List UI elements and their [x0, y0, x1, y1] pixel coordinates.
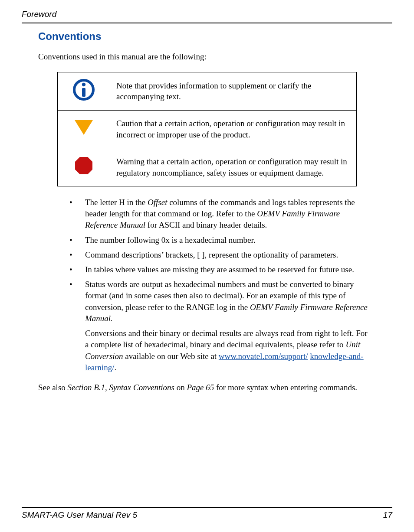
- text: available on our Web site at: [123, 352, 219, 361]
- text-italic: Offset: [148, 198, 167, 207]
- note-description: Note that provides information to supple…: [110, 72, 357, 111]
- text: See also: [38, 383, 68, 392]
- text: for more syntax when entering commands.: [214, 383, 357, 392]
- warning-description: Warning that a certain action, operation…: [110, 148, 357, 186]
- footer-rule: [22, 507, 392, 508]
- text: The letter H in the: [85, 198, 148, 207]
- note-icon-cell: [58, 72, 110, 111]
- warning-icon-cell: [58, 148, 110, 186]
- page-footer: SMART-AG User Manual Rev 5 17: [22, 507, 392, 520]
- svg-marker-3: [75, 120, 93, 135]
- page-number: 17: [383, 510, 392, 520]
- running-head: Foreword: [22, 10, 392, 19]
- info-icon: [72, 78, 96, 102]
- caution-description: Caution that a certain action, operation…: [110, 110, 357, 148]
- list-item: Status words are output as hexadecimal n…: [69, 279, 371, 324]
- svg-marker-4: [75, 157, 92, 174]
- caution-icon: [72, 116, 96, 140]
- list-item: In tables where values are missing they …: [69, 264, 371, 275]
- notes-list: The letter H in the Offset columns of th…: [69, 197, 371, 324]
- intro-paragraph: Conventions used in this manual are the …: [38, 52, 392, 62]
- text: .: [115, 363, 117, 372]
- list-item: Command descriptions’ brackets, [ ], rep…: [69, 249, 371, 261]
- header-rule: [22, 23, 392, 23]
- caution-icon-cell: [58, 110, 110, 148]
- footer-left: SMART-AG User Manual Rev 5: [22, 510, 137, 520]
- sub-paragraph: Conversions and their binary or decimal …: [85, 328, 371, 373]
- see-also: See also Section B.1, Syntax Conventions…: [38, 383, 392, 392]
- table-row: Warning that a certain action, operation…: [58, 148, 357, 186]
- table-row: Caution that a certain action, operation…: [58, 110, 357, 148]
- svg-rect-2: [82, 88, 85, 97]
- table-row: Note that provides information to supple…: [58, 72, 357, 111]
- text-italic: Section B.1, Syntax Conventions: [68, 383, 174, 392]
- text: for ASCII and binary header details.: [145, 220, 267, 229]
- conventions-table: Note that provides information to supple…: [57, 72, 357, 186]
- text: on: [174, 383, 187, 392]
- text-italic: Page 65: [187, 383, 214, 392]
- support-link-line1[interactable]: www.novatel.com/support/: [219, 352, 308, 361]
- section-title: Conventions: [38, 30, 392, 42]
- warning-icon: [72, 153, 96, 178]
- list-item: The letter H in the Offset columns of th…: [69, 197, 371, 231]
- svg-point-1: [82, 83, 85, 86]
- list-item: The number following 0x is a hexadecimal…: [69, 235, 371, 246]
- text: Conversions and their binary or decimal …: [85, 329, 368, 349]
- page: Foreword Conventions Conventions used in…: [0, 0, 414, 532]
